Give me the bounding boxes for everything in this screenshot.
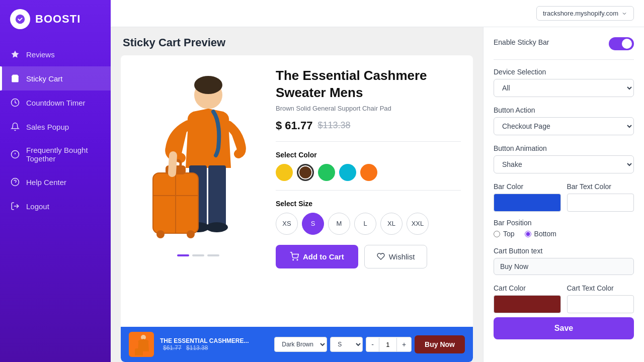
enable-sticky-bar-row: Enable Sticky Bar [494,37,634,50]
logo-area: BOOSTI [0,0,111,38]
buy-now-button[interactable]: Buy Now [415,335,465,353]
cart-text-color-box: Cart Text Color [567,284,634,313]
bar-position-bottom-radio[interactable] [525,231,531,237]
size-xxl[interactable]: XXL [407,213,429,235]
svg-rect-26 [135,348,143,355]
size-s[interactable]: S [302,213,324,235]
sticky-color-select[interactable]: Dark Brown Yellow Green Teal Orange [274,337,327,352]
cart-color-swatch[interactable] [494,295,561,313]
sidebar-item-countdown-timer[interactable]: Countdown Timer [0,90,111,115]
sticky-size-select[interactable]: XS S M L XL XXL [330,337,363,352]
svg-rect-12 [208,165,226,226]
sidebar-item-sticky-cart[interactable]: Sticky Cart [0,66,111,90]
cart-color-box: Cart Color [494,284,561,313]
size-m[interactable]: M [328,213,350,235]
button-animation-select[interactable]: Shake Pulse Bounce None [494,155,634,173]
sticky-product-info: THE ESSENTIAL CASHMERE... $61.77 $113.38 [160,337,268,351]
color-swatch-brown[interactable] [297,164,314,181]
sidebar-item-help-center[interactable]: Help Center [0,170,111,194]
sidebar-item-frequently-bought[interactable]: Frequently Bought Together [0,139,111,170]
star-icon [10,49,20,59]
settings-panel: Enable Sticky Bar Device Selection All D… [483,27,644,362]
cart-button-text-section: Cart Button text [494,247,634,275]
button-animation-label: Button Animation [494,144,634,152]
bell-icon [10,122,20,132]
sticky-bar: THE ESSENTIAL CASHMERE... $61.77 $113.38… [121,327,473,362]
topbar: trackshore.myshopify.com [111,0,644,27]
store-name: trackshore.myshopify.com [543,10,618,17]
sticky-product-name: THE ESSENTIAL CASHMERE... [160,337,268,344]
price-current: $ 61.77 [276,119,312,132]
cart-text-color-label: Cart Text Color [567,284,634,292]
sticky-controls: Dark Brown Yellow Green Teal Orange XS S… [274,335,465,353]
color-swatches [276,164,461,191]
color-swatch-yellow[interactable] [276,164,293,181]
svg-point-21 [187,230,195,238]
product-dots [177,254,219,256]
bar-text-color-label: Bar Text Color [567,183,634,191]
bar-position-top-option[interactable]: Top [494,230,515,238]
sticky-price: $61.77 $113.38 [160,344,268,351]
bar-color-swatch[interactable] [494,194,561,212]
select-color-label: Select Color [276,151,461,159]
wishlist-button[interactable]: Wishlist [364,245,428,268]
sidebar-item-sticky-cart-label: Sticky Cart [26,74,63,83]
bar-text-color-swatch[interactable] [567,194,634,212]
cart-text-color-swatch[interactable] [567,295,634,313]
size-xs[interactable]: XS [276,213,298,235]
bar-text-color-box: Bar Text Color [567,183,634,212]
bar-position-radio-group: Top Bottom [494,230,634,238]
device-selection-select[interactable]: All Desktop Mobile [494,79,634,97]
add-to-cart-button[interactable]: Add to Cart [276,245,358,268]
cart-button-text-input[interactable] [494,258,634,275]
bar-color-box: Bar Color [494,183,561,212]
sidebar-item-logout[interactable]: Logout [0,194,111,218]
logout-icon [10,201,20,211]
bar-color-label: Bar Color [494,183,561,191]
enable-sticky-bar-toggle[interactable] [609,37,634,50]
color-swatch-teal[interactable] [339,164,356,181]
product-subtitle: Brown Solid General Support Chair Pad [276,105,461,112]
sidebar-item-frequently-bought-label: Frequently Bought Together [26,146,101,163]
sidebar-item-countdown-timer-label: Countdown Timer [26,99,86,107]
size-xl[interactable]: XL [380,213,403,235]
store-selector[interactable]: trackshore.myshopify.com [536,6,634,21]
svg-point-23 [293,259,294,260]
bar-position-section: Bar Position Top Bottom [494,219,634,238]
sidebar-item-reviews[interactable]: Reviews [0,42,111,66]
button-action-select[interactable]: Checkout Page Cart Page Open Cart Drawer [494,117,634,135]
product-price: $ 61.77 $113.38 [276,119,461,142]
cart-button-text-label: Cart Button text [494,247,634,255]
dot-2 [192,254,204,256]
dot-3 [207,254,219,256]
wishlist-label: Wishlist [389,252,415,261]
quantity-decrease-button[interactable]: - [366,337,379,351]
sidebar: BOOSTI Reviews Sticky Cart Countdown Tim… [0,0,111,362]
app-name: BOOSTI [35,13,80,26]
color-swatch-orange[interactable] [360,164,377,181]
button-animation-section: Button Animation Shake Pulse Bounce None [494,144,634,173]
color-swatch-green[interactable] [318,164,335,181]
quantity-increase-button[interactable]: + [397,337,411,351]
add-to-cart-label: Add to Cart [303,252,344,261]
bar-position-bottom-option[interactable]: Bottom [525,230,556,238]
product-area: The Essential Cashmere Sweater Mens Brow… [121,55,473,327]
sidebar-item-logout-label: Logout [26,202,49,211]
cart-color-label: Cart Color [494,284,561,292]
sidebar-nav: Reviews Sticky Cart Countdown Timer Sale… [0,42,111,218]
svg-point-0 [16,15,25,24]
bar-color-row: Bar Color Bar Text Color [494,183,634,212]
sidebar-item-reviews-label: Reviews [26,50,55,59]
sidebar-item-sales-popup[interactable]: Sales Popup [0,115,111,139]
bar-position-label: Bar Position [494,219,634,227]
bar-position-top-radio[interactable] [494,231,500,237]
save-button[interactable]: Save [494,317,634,339]
enable-sticky-bar-label: Enable Sticky Bar [494,38,549,46]
button-action-section: Button Action Checkout Page Cart Page Op… [494,106,634,135]
size-l[interactable]: L [354,213,376,235]
bar-position-top-label: Top [503,230,515,238]
quantity-input[interactable] [379,338,397,351]
content-area: Sticky Cart Preview [111,27,644,362]
price-original: $113.38 [317,120,350,131]
size-options: XS S M L XL XXL [276,213,461,235]
